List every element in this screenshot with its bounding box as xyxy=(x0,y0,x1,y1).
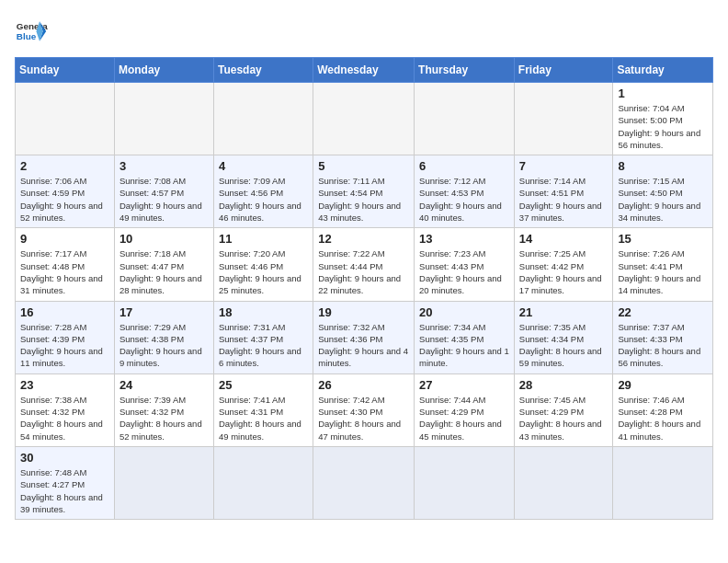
calendar-cell: 29Sunrise: 7:46 AM Sunset: 4:28 PM Dayli… xyxy=(613,373,713,446)
day-number: 19 xyxy=(318,305,409,319)
day-info: Sunrise: 7:20 AM Sunset: 4:46 PM Dayligh… xyxy=(219,247,308,296)
day-number: 10 xyxy=(119,232,209,246)
day-number: 24 xyxy=(119,378,209,392)
logo-icon: General Blue xyxy=(15,15,48,48)
day-info: Sunrise: 7:14 AM Sunset: 4:51 PM Dayligh… xyxy=(519,175,609,224)
weekday-header-wednesday: Wednesday xyxy=(313,58,415,83)
day-info: Sunrise: 7:46 AM Sunset: 4:28 PM Dayligh… xyxy=(618,394,708,442)
day-info: Sunrise: 7:38 AM Sunset: 4:32 PM Dayligh… xyxy=(20,394,109,442)
day-number: 29 xyxy=(618,378,708,392)
calendar-cell: 26Sunrise: 7:42 AM Sunset: 4:30 PM Dayli… xyxy=(313,373,415,446)
day-info: Sunrise: 7:17 AM Sunset: 4:48 PM Dayligh… xyxy=(20,247,109,296)
calendar-week-row: 16Sunrise: 7:28 AM Sunset: 4:39 PM Dayli… xyxy=(16,301,713,373)
day-number: 22 xyxy=(618,305,708,319)
day-info: Sunrise: 7:28 AM Sunset: 4:39 PM Dayligh… xyxy=(20,321,109,370)
day-info: Sunrise: 7:31 AM Sunset: 4:37 PM Dayligh… xyxy=(219,321,308,370)
calendar-cell: 2Sunrise: 7:06 AM Sunset: 4:59 PM Daylig… xyxy=(16,155,115,228)
calendar-cell xyxy=(114,83,213,155)
calendar-cell: 11Sunrise: 7:20 AM Sunset: 4:46 PM Dayli… xyxy=(213,228,313,301)
day-number: 5 xyxy=(318,159,409,173)
day-info: Sunrise: 7:32 AM Sunset: 4:36 PM Dayligh… xyxy=(318,321,409,370)
calendar-week-row: 30Sunrise: 7:48 AM Sunset: 4:27 PM Dayli… xyxy=(16,446,713,519)
day-number: 21 xyxy=(519,305,609,319)
day-number: 18 xyxy=(219,305,308,319)
calendar-cell: 5Sunrise: 7:11 AM Sunset: 4:54 PM Daylig… xyxy=(313,155,415,228)
calendar-cell: 19Sunrise: 7:32 AM Sunset: 4:36 PM Dayli… xyxy=(313,301,415,373)
calendar-cell xyxy=(415,446,515,519)
day-info: Sunrise: 7:26 AM Sunset: 4:41 PM Dayligh… xyxy=(618,247,708,296)
calendar-cell: 22Sunrise: 7:37 AM Sunset: 4:33 PM Dayli… xyxy=(613,301,713,373)
weekday-header-row: SundayMondayTuesdayWednesdayThursdayFrid… xyxy=(16,58,713,83)
calendar-cell: 27Sunrise: 7:44 AM Sunset: 4:29 PM Dayli… xyxy=(415,373,515,446)
calendar-cell xyxy=(514,83,613,155)
calendar-cell xyxy=(514,446,613,519)
calendar-cell: 15Sunrise: 7:26 AM Sunset: 4:41 PM Dayli… xyxy=(613,228,713,301)
calendar-cell xyxy=(313,83,415,155)
day-info: Sunrise: 7:35 AM Sunset: 4:34 PM Dayligh… xyxy=(519,321,609,370)
day-info: Sunrise: 7:29 AM Sunset: 4:38 PM Dayligh… xyxy=(119,321,209,370)
calendar-cell: 4Sunrise: 7:09 AM Sunset: 4:56 PM Daylig… xyxy=(213,155,313,228)
day-number: 15 xyxy=(618,232,708,246)
logo: General Blue xyxy=(15,15,48,48)
day-number: 17 xyxy=(119,305,209,319)
calendar-cell: 24Sunrise: 7:39 AM Sunset: 4:32 PM Dayli… xyxy=(114,373,213,446)
svg-text:Blue: Blue xyxy=(17,31,37,41)
calendar-cell xyxy=(114,446,213,519)
day-info: Sunrise: 7:15 AM Sunset: 4:50 PM Dayligh… xyxy=(618,175,708,224)
calendar-week-row: 2Sunrise: 7:06 AM Sunset: 4:59 PM Daylig… xyxy=(16,155,713,228)
calendar-cell: 3Sunrise: 7:08 AM Sunset: 4:57 PM Daylig… xyxy=(114,155,213,228)
calendar-cell: 28Sunrise: 7:45 AM Sunset: 4:29 PM Dayli… xyxy=(514,373,613,446)
day-info: Sunrise: 7:09 AM Sunset: 4:56 PM Dayligh… xyxy=(219,175,308,224)
calendar-cell xyxy=(213,83,313,155)
calendar-cell: 1Sunrise: 7:04 AM Sunset: 5:00 PM Daylig… xyxy=(613,83,713,155)
day-number: 6 xyxy=(419,159,509,173)
calendar-week-row: 23Sunrise: 7:38 AM Sunset: 4:32 PM Dayli… xyxy=(16,373,713,446)
day-info: Sunrise: 7:34 AM Sunset: 4:35 PM Dayligh… xyxy=(419,321,509,370)
calendar-cell xyxy=(613,446,713,519)
weekday-header-sunday: Sunday xyxy=(16,58,115,83)
calendar-cell: 6Sunrise: 7:12 AM Sunset: 4:53 PM Daylig… xyxy=(415,155,515,228)
calendar-cell: 17Sunrise: 7:29 AM Sunset: 4:38 PM Dayli… xyxy=(114,301,213,373)
day-number: 1 xyxy=(618,86,708,100)
calendar-cell: 8Sunrise: 7:15 AM Sunset: 4:50 PM Daylig… xyxy=(613,155,713,228)
calendar-cell: 20Sunrise: 7:34 AM Sunset: 4:35 PM Dayli… xyxy=(415,301,515,373)
day-info: Sunrise: 7:18 AM Sunset: 4:47 PM Dayligh… xyxy=(119,247,209,296)
day-info: Sunrise: 7:44 AM Sunset: 4:29 PM Dayligh… xyxy=(419,394,509,442)
weekday-header-monday: Monday xyxy=(114,58,213,83)
day-number: 2 xyxy=(20,159,109,173)
weekday-header-thursday: Thursday xyxy=(415,58,515,83)
day-number: 16 xyxy=(20,305,109,319)
day-info: Sunrise: 7:12 AM Sunset: 4:53 PM Dayligh… xyxy=(419,175,509,224)
day-info: Sunrise: 7:08 AM Sunset: 4:57 PM Dayligh… xyxy=(119,175,209,224)
day-number: 3 xyxy=(119,159,209,173)
day-number: 27 xyxy=(419,378,509,392)
calendar-cell xyxy=(415,83,515,155)
calendar-cell: 12Sunrise: 7:22 AM Sunset: 4:44 PM Dayli… xyxy=(313,228,415,301)
calendar-cell: 21Sunrise: 7:35 AM Sunset: 4:34 PM Dayli… xyxy=(514,301,613,373)
day-info: Sunrise: 7:41 AM Sunset: 4:31 PM Dayligh… xyxy=(219,394,308,442)
day-number: 11 xyxy=(219,232,308,246)
calendar-cell: 23Sunrise: 7:38 AM Sunset: 4:32 PM Dayli… xyxy=(16,373,115,446)
calendar-week-row: 1Sunrise: 7:04 AM Sunset: 5:00 PM Daylig… xyxy=(16,83,713,155)
calendar-cell xyxy=(16,83,115,155)
day-info: Sunrise: 7:39 AM Sunset: 4:32 PM Dayligh… xyxy=(119,394,209,442)
calendar-cell: 9Sunrise: 7:17 AM Sunset: 4:48 PM Daylig… xyxy=(16,228,115,301)
calendar-cell: 13Sunrise: 7:23 AM Sunset: 4:43 PM Dayli… xyxy=(415,228,515,301)
day-number: 25 xyxy=(219,378,308,392)
calendar-table: SundayMondayTuesdayWednesdayThursdayFrid… xyxy=(15,57,713,520)
calendar-cell xyxy=(313,446,415,519)
day-info: Sunrise: 7:45 AM Sunset: 4:29 PM Dayligh… xyxy=(519,394,609,442)
day-number: 30 xyxy=(20,451,109,465)
calendar-cell: 14Sunrise: 7:25 AM Sunset: 4:42 PM Dayli… xyxy=(514,228,613,301)
day-number: 8 xyxy=(618,159,708,173)
calendar-cell: 10Sunrise: 7:18 AM Sunset: 4:47 PM Dayli… xyxy=(114,228,213,301)
day-number: 23 xyxy=(20,378,109,392)
weekday-header-friday: Friday xyxy=(514,58,613,83)
day-number: 28 xyxy=(519,378,609,392)
calendar-cell: 18Sunrise: 7:31 AM Sunset: 4:37 PM Dayli… xyxy=(213,301,313,373)
weekday-header-tuesday: Tuesday xyxy=(213,58,313,83)
day-info: Sunrise: 7:42 AM Sunset: 4:30 PM Dayligh… xyxy=(318,394,409,442)
day-number: 4 xyxy=(219,159,308,173)
calendar-cell: 30Sunrise: 7:48 AM Sunset: 4:27 PM Dayli… xyxy=(16,446,115,519)
calendar-cell: 7Sunrise: 7:14 AM Sunset: 4:51 PM Daylig… xyxy=(514,155,613,228)
